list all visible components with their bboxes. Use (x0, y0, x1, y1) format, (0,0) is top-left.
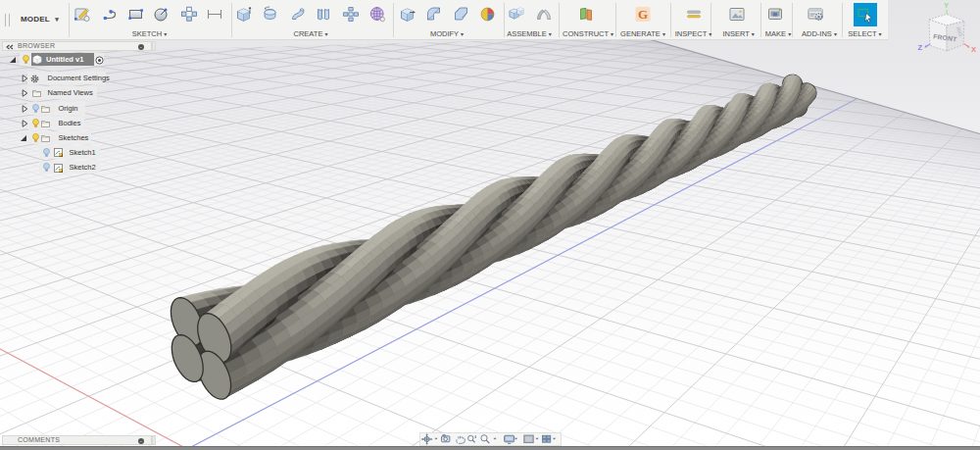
svg-text:Z: Z (918, 43, 923, 52)
svg-text:Y: Y (944, 1, 949, 10)
svg-text:X: X (971, 45, 976, 54)
svg-text:G: G (638, 7, 648, 22)
